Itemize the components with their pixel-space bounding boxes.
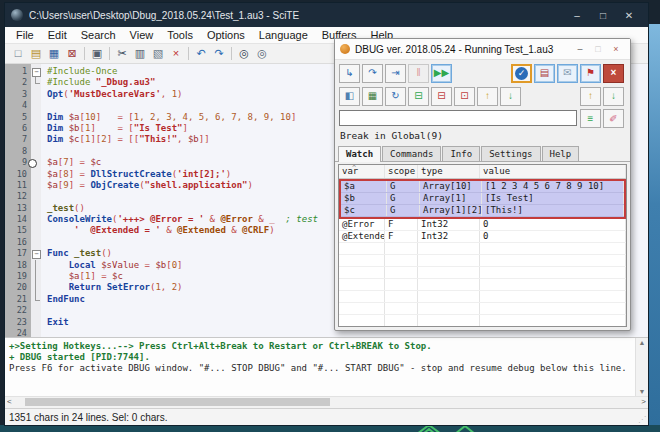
pin-ontop-button[interactable]: ⚑ bbox=[580, 64, 601, 83]
fold-margin[interactable] bbox=[31, 271, 41, 282]
line-number[interactable]: 23 bbox=[5, 317, 31, 328]
menu-file[interactable]: File bbox=[9, 29, 41, 41]
resume-button[interactable]: ▶▶ bbox=[431, 64, 452, 83]
column-header-var[interactable]: var^ bbox=[339, 165, 385, 178]
column-header-scope[interactable]: scope bbox=[385, 165, 418, 178]
output-horizontal-scrollbar[interactable]: < > bbox=[5, 396, 648, 408]
line-number[interactable]: 12 bbox=[5, 191, 31, 202]
maximize-button[interactable]: □ bbox=[590, 10, 616, 21]
menu-language[interactable]: Language bbox=[252, 29, 315, 41]
line-number[interactable]: 13 bbox=[5, 203, 31, 214]
menu-view[interactable]: View bbox=[123, 29, 161, 41]
fold-collapse-icon[interactable]: − bbox=[32, 250, 41, 259]
watch-row[interactable]: @ExtendedFInt320 bbox=[339, 231, 626, 243]
line-number[interactable]: 2 bbox=[5, 77, 31, 88]
watch-up-button[interactable]: ↑ bbox=[580, 87, 601, 106]
line-number[interactable]: 8 bbox=[5, 146, 31, 157]
clear-watch-button[interactable]: ✐ bbox=[603, 109, 624, 128]
collapse-green-button[interactable]: ⊟ bbox=[408, 87, 429, 106]
cut-button[interactable]: ✂ bbox=[113, 46, 131, 62]
refresh-button[interactable]: ↻ bbox=[385, 87, 406, 106]
fold-margin[interactable] bbox=[31, 294, 41, 305]
line-number[interactable]: 1 bbox=[5, 66, 31, 77]
menu-tools[interactable]: Tools bbox=[160, 29, 200, 41]
line-number[interactable]: 24 bbox=[5, 328, 31, 337]
watch-row[interactable]: $aGArray[10][1 2 3 4 5 6 7 8 9 10] bbox=[341, 181, 624, 193]
scroll-up-icon[interactable]: ▲ bbox=[636, 339, 648, 346]
output-vertical-scrollbar[interactable]: ▲ ▼ bbox=[635, 338, 648, 396]
breakpoint-toggle-button[interactable]: ✓ bbox=[511, 64, 532, 83]
line-number[interactable]: 5 bbox=[5, 112, 31, 123]
collapse-red-button[interactable]: ⊟ bbox=[431, 87, 452, 106]
tab-info[interactable]: Info bbox=[442, 146, 480, 161]
fold-collapse-icon[interactable]: − bbox=[32, 68, 41, 77]
line-number[interactable]: 10 bbox=[5, 169, 31, 180]
panel-run-button[interactable]: ▦ bbox=[362, 87, 383, 106]
fold-margin[interactable] bbox=[31, 260, 41, 271]
fold-margin[interactable] bbox=[31, 77, 41, 88]
scrollbar-thumb[interactable] bbox=[25, 398, 330, 406]
close-button[interactable]: ✕ bbox=[616, 10, 642, 21]
line-number[interactable]: 14 bbox=[5, 214, 31, 225]
close-file-button[interactable]: ⊠ bbox=[63, 46, 81, 62]
tab-commands[interactable]: Commands bbox=[382, 146, 441, 161]
scroll-down-icon[interactable]: ▼ bbox=[636, 388, 648, 395]
line-number[interactable]: 18 bbox=[5, 260, 31, 271]
menu-options[interactable]: Options bbox=[200, 29, 252, 41]
undo-button[interactable]: ↶ bbox=[192, 46, 210, 62]
step-out-button[interactable]: ⇥ bbox=[385, 64, 406, 83]
console-bubble-button[interactable]: ✉ bbox=[557, 64, 578, 83]
add-watch-button[interactable]: ≡ bbox=[580, 109, 601, 128]
watch-row[interactable]: $bGArray[1][Is Test] bbox=[341, 193, 624, 205]
scroll-right-icon[interactable]: > bbox=[641, 397, 646, 407]
dbug-minimize-button[interactable]: – bbox=[571, 44, 589, 54]
move-up-button[interactable]: ↑ bbox=[477, 87, 498, 106]
watch-table[interactable]: var^scopetypevalue $aGArray[10][1 2 3 4 … bbox=[338, 164, 627, 327]
new-file-button[interactable]: □ bbox=[9, 46, 27, 62]
tab-help[interactable]: Help bbox=[542, 146, 580, 161]
line-number[interactable]: 15 bbox=[5, 225, 31, 236]
line-number[interactable]: 6 bbox=[5, 123, 31, 134]
fold-margin[interactable]: − bbox=[31, 66, 41, 77]
pause-button[interactable]: ‖ bbox=[408, 64, 429, 83]
dbug-close-button[interactable]: × bbox=[607, 44, 625, 54]
dbug-maximize-button[interactable]: □ bbox=[589, 44, 607, 54]
fold-margin[interactable] bbox=[31, 282, 41, 293]
stop-close-button[interactable]: × bbox=[603, 64, 624, 83]
watch-row[interactable]: $cGArray[1][2][This!] bbox=[341, 205, 624, 217]
line-number[interactable]: 19 bbox=[5, 271, 31, 282]
save-file-button[interactable]: ▦ bbox=[45, 46, 63, 62]
column-header-type[interactable]: type bbox=[418, 165, 480, 178]
menu-edit[interactable]: Edit bbox=[41, 29, 74, 41]
column-header-value[interactable]: value bbox=[480, 165, 626, 178]
tab-watch[interactable]: Watch bbox=[338, 146, 381, 162]
menu-search[interactable]: Search bbox=[74, 29, 123, 41]
line-number[interactable]: 3 bbox=[5, 89, 31, 100]
resize-grip[interactable]: ⋰ bbox=[638, 415, 646, 424]
watch-row[interactable]: @ErrorFInt320 bbox=[339, 219, 626, 231]
scroll-left-icon[interactable]: < bbox=[7, 397, 12, 407]
output-pane[interactable]: +>Setting Hotkeys...--> Press Ctrl+Alt+B… bbox=[5, 337, 648, 396]
report-button[interactable]: ▤ bbox=[534, 64, 555, 83]
corner-window-button[interactable]: ⊡ bbox=[454, 87, 475, 106]
watch-search-input[interactable] bbox=[339, 110, 577, 126]
paste-button[interactable]: ▧ bbox=[149, 46, 167, 62]
line-number[interactable]: 11 bbox=[5, 180, 31, 191]
find-button[interactable]: ◎ bbox=[235, 46, 253, 62]
open-file-button[interactable]: ▤ bbox=[27, 46, 45, 62]
line-number[interactable]: 22 bbox=[5, 305, 31, 316]
line-number[interactable]: 17 bbox=[5, 248, 31, 259]
move-down-button[interactable]: ↓ bbox=[500, 87, 521, 106]
step-over-button[interactable]: ↷ bbox=[362, 64, 383, 83]
watch-down-button[interactable]: ↓ bbox=[603, 87, 624, 106]
line-number[interactable]: 7 bbox=[5, 134, 31, 145]
step-into-button[interactable]: ↳ bbox=[339, 64, 360, 83]
line-number[interactable]: 20 bbox=[5, 282, 31, 293]
line-number[interactable]: 4 bbox=[5, 100, 31, 111]
panel-left-button[interactable]: ◧ bbox=[339, 87, 360, 106]
print-button[interactable]: ▣ bbox=[88, 46, 106, 62]
line-number[interactable]: 16 bbox=[5, 237, 31, 248]
find-next-button[interactable]: ◎ bbox=[253, 46, 271, 62]
tab-settings[interactable]: Settings bbox=[481, 146, 540, 161]
minimize-button[interactable]: – bbox=[564, 10, 590, 21]
